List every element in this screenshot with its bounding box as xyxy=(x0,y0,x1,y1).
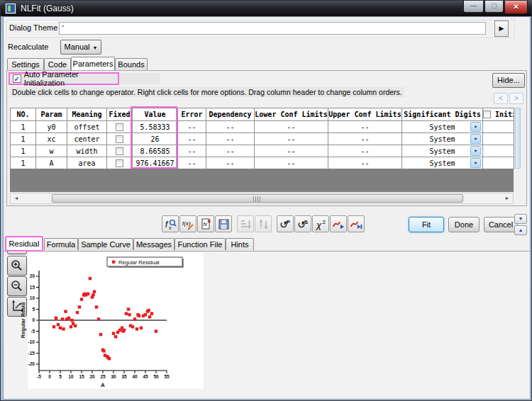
cell-fixed[interactable] xyxy=(107,121,133,133)
header-value[interactable]: Value xyxy=(133,108,178,121)
tab-function-file[interactable]: Function File xyxy=(174,238,226,250)
tab-hints[interactable]: Hints xyxy=(226,238,254,250)
scroll-left-icon[interactable]: ◄ xyxy=(11,193,22,203)
cell-meaning: center xyxy=(67,133,107,145)
header-lower-conf[interactable]: Lower Conf Limits xyxy=(255,108,328,121)
cancel-button[interactable]: Cancel xyxy=(484,217,518,232)
prev-column-button[interactable]: < xyxy=(494,93,508,104)
fit-until-converged-button[interactable] xyxy=(348,215,365,232)
titlebar[interactable]: NLFit (Gauss) — ▢ ✕ xyxy=(1,1,532,16)
cell-significant-digits[interactable]: System▼ xyxy=(402,145,483,157)
function-file-button[interactable]: fx xyxy=(197,215,214,232)
sort-descending-button[interactable] xyxy=(237,215,254,232)
digits-dropdown-button[interactable]: ▼ xyxy=(470,158,481,168)
minimize-button[interactable]: — xyxy=(463,1,484,13)
header-no[interactable]: NO. xyxy=(11,108,36,121)
cell-error: -- xyxy=(178,133,206,145)
reset-parameters-button[interactable]: ↺ P xyxy=(277,215,294,232)
save-theme-button[interactable] xyxy=(215,215,232,232)
chi-square-button[interactable]: χ 2 xyxy=(312,215,329,232)
tab-code[interactable]: Code xyxy=(44,58,71,70)
cell-significant-digits[interactable]: System▼ xyxy=(402,157,483,169)
table-vertical-scrollbar[interactable] xyxy=(515,108,521,169)
find-function-button[interactable]: f x xyxy=(162,215,179,232)
cell-no: 1 xyxy=(11,121,36,133)
initialize-header-checkbox[interactable] xyxy=(483,111,491,118)
header-error[interactable]: Error xyxy=(178,108,206,121)
cell-fixed[interactable] xyxy=(107,145,133,157)
fixed-checkbox[interactable] xyxy=(116,123,123,131)
digits-dropdown-button[interactable]: ▼ xyxy=(470,134,481,144)
auto-init-checkbox[interactable]: ✓ xyxy=(13,74,21,83)
collapse-down-button[interactable]: ▼ xyxy=(514,214,527,224)
cell-value[interactable]: 5.58333 xyxy=(133,121,178,133)
cell-significant-digits[interactable]: System▼ xyxy=(402,121,483,133)
data-point xyxy=(140,327,143,329)
tab-bounds[interactable]: Bounds xyxy=(115,58,148,70)
check-icon: ✓ xyxy=(14,75,20,83)
fixed-checkbox[interactable] xyxy=(116,159,123,167)
digits-value: System xyxy=(429,159,455,167)
fixed-checkbox[interactable] xyxy=(116,135,123,143)
data-point xyxy=(89,277,92,280)
x-tick-label: 20 xyxy=(89,374,95,379)
scroll-right-icon[interactable]: ► xyxy=(501,193,513,203)
theme-flyout-button[interactable]: ▶ xyxy=(494,21,509,37)
header-upper-conf[interactable]: Upper Conf Limits xyxy=(328,108,402,121)
x-tick-label: 0 xyxy=(48,374,51,379)
reset-settings-button[interactable]: ↺ S xyxy=(294,215,311,232)
data-point xyxy=(123,329,126,332)
digits-value: System xyxy=(429,147,455,155)
digits-dropdown-button[interactable]: ▼ xyxy=(470,122,481,132)
header-initialize[interactable]: Initia xyxy=(483,108,514,121)
data-point xyxy=(67,317,70,320)
next-column-button[interactable]: > xyxy=(509,93,523,104)
cell-significant-digits[interactable]: System▼ xyxy=(402,133,483,145)
cell-value[interactable]: 26 xyxy=(133,133,178,145)
cell-upper-conf: -- xyxy=(328,157,402,169)
scrollbar-grip-icon xyxy=(253,196,262,202)
digits-dropdown-button[interactable]: ▼ xyxy=(470,146,481,156)
sort-toggle-button[interactable] xyxy=(255,215,272,232)
recalculate-dropdown[interactable]: Manual▼ xyxy=(60,40,101,55)
dialog-theme-input[interactable]: * xyxy=(59,22,486,35)
data-point xyxy=(97,317,100,320)
header-meaning[interactable]: Meaning xyxy=(67,108,107,121)
fixed-checkbox[interactable] xyxy=(116,147,123,155)
cell-fixed[interactable] xyxy=(107,157,133,169)
hide-button[interactable]: Hide... xyxy=(492,73,525,88)
header-significant-digits[interactable]: Significant Digits xyxy=(402,108,483,121)
tab-residual[interactable]: Residual xyxy=(6,237,43,251)
x-tick-label: 25 xyxy=(100,374,106,379)
cell-no: 1 xyxy=(11,157,36,169)
cell-fixed[interactable] xyxy=(107,133,133,145)
residual-plot: -50510152025303540455055-20-15-10-505101… xyxy=(19,252,205,392)
cell-dependency: -- xyxy=(206,121,255,133)
tab-messages[interactable]: Messages xyxy=(133,238,174,250)
cell-lower-conf: -- xyxy=(255,145,328,157)
cell-value[interactable]: 8.66585 xyxy=(133,145,178,157)
tab-formula[interactable]: Formula xyxy=(44,238,78,250)
minimize-icon: — xyxy=(470,2,477,9)
header-fixed[interactable]: Fixed xyxy=(107,108,133,121)
tab-parameters[interactable]: Parameters xyxy=(71,57,115,70)
svg-text:f(x): f(x) xyxy=(182,220,191,227)
collapse-up-button[interactable]: ▲ xyxy=(514,225,527,235)
done-button[interactable]: Done xyxy=(448,217,480,232)
header-param[interactable]: Param xyxy=(36,108,67,121)
tab-sample-curve[interactable]: Sample Curve xyxy=(78,238,133,250)
auto-parameter-initialization[interactable]: ✓ Auto Parameter Initialization xyxy=(9,72,119,85)
tab-settings[interactable]: Settings xyxy=(7,58,44,70)
maximize-button[interactable]: ▢ xyxy=(484,1,504,13)
table-horizontal-scrollbar[interactable]: ◄ ► xyxy=(10,193,514,204)
fit-button[interactable]: Fit xyxy=(409,217,444,232)
edit-function-button[interactable]: f(x) xyxy=(179,215,196,232)
fit-one-iteration-button[interactable] xyxy=(330,215,347,232)
data-point xyxy=(135,327,138,330)
header-dependency[interactable]: Dependency xyxy=(206,108,255,121)
cell-value[interactable]: 976.41667 xyxy=(133,157,178,169)
data-point xyxy=(93,290,96,293)
data-point xyxy=(59,327,62,329)
scrollbar-thumb[interactable] xyxy=(52,194,463,203)
close-button[interactable]: ✕ xyxy=(504,1,528,14)
